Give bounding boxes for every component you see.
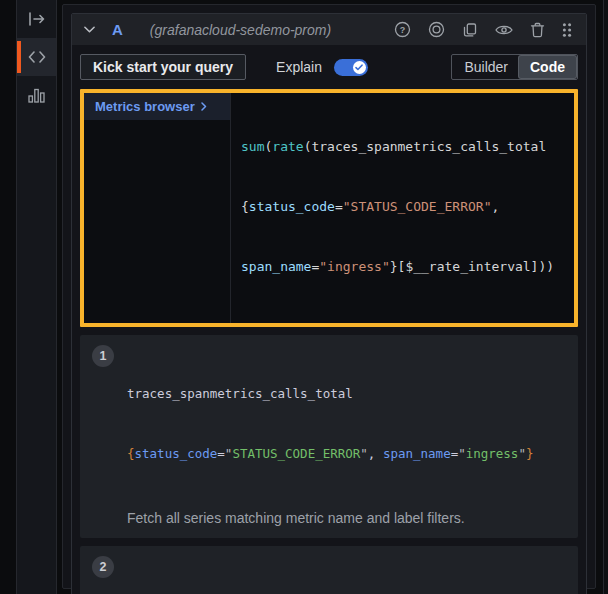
builder-mode-button[interactable]: Builder <box>453 56 519 78</box>
explain-label: Explain <box>276 59 322 75</box>
metrics-browser-button[interactable]: Metrics browser <box>84 93 230 120</box>
explain-step-1: 1 traces_spanmetrics_calls_total {status… <box>80 335 578 538</box>
editor-left-column: Metrics browser <box>84 93 231 323</box>
help-icon[interactable]: ? <box>394 21 411 38</box>
sidebar-item-chart[interactable] <box>17 76 56 114</box>
code-line: {status_code="STATUS_CODE_ERROR", <box>241 197 564 217</box>
code-mode-button[interactable]: Code <box>519 56 576 78</box>
promql-editor: Metrics browser sum(rate(traces_spanmetr… <box>80 89 578 327</box>
promql-code-input[interactable]: sum(rate(traces_spanmetrics_calls_total … <box>231 93 574 323</box>
collapse-chevron-icon[interactable] <box>84 26 95 33</box>
trash-icon[interactable] <box>530 22 545 38</box>
query-header-actions: ? <box>394 21 574 38</box>
editor-mode-switch: Builder Code <box>451 54 578 80</box>
datasource-name: (grafanacloud-sedemo-prom) <box>150 22 394 38</box>
left-sidebar <box>16 0 57 594</box>
bar-chart-icon <box>28 87 45 103</box>
active-indicator <box>17 41 21 73</box>
step-number-badge: 2 <box>92 556 114 578</box>
query-ref-id[interactable]: A <box>112 21 123 38</box>
query-card-body: Kick start your query Explain Builder Co… <box>72 45 586 594</box>
query-card: A (grafanacloud-sedemo-prom) ? <box>71 13 587 594</box>
explain-step-2: 2 rate(<expr>[$__rate_interval]) Calcula… <box>80 546 578 594</box>
code-icon <box>28 51 46 63</box>
kick-start-query-button[interactable]: Kick start your query <box>80 54 246 80</box>
svg-text:?: ? <box>400 25 406 35</box>
query-editor-panel: A (grafanacloud-sedemo-prom) ? <box>62 4 596 589</box>
code-line: span_name="ingress"}[$__rate_interval])) <box>241 257 564 277</box>
chevron-right-icon <box>201 102 207 111</box>
expand-right-icon <box>28 12 46 26</box>
step-code-line: {status_code="STATUS_CODE_ERROR", span_n… <box>127 444 533 464</box>
code-line: sum(rate(traces_spanmetrics_calls_total <box>241 137 564 157</box>
step-content: rate(<expr>[$__rate_interval]) Calculate… <box>127 555 564 594</box>
step-code-line: traces_spanmetrics_calls_total <box>127 384 533 404</box>
step-number-badge: 1 <box>92 345 114 367</box>
step-description: Fetch all series matching metric name an… <box>127 508 533 529</box>
toggle-knob <box>353 61 366 74</box>
query-card-header: A (grafanacloud-sedemo-prom) ? <box>72 14 586 45</box>
sidebar-item-code[interactable] <box>17 38 56 76</box>
record-circle-icon[interactable] <box>428 21 445 38</box>
sidebar-item-expand[interactable] <box>17 0 56 38</box>
eye-icon[interactable] <box>495 24 513 36</box>
query-toolbar: Kick start your query Explain Builder Co… <box>80 52 578 82</box>
adjacent-panel-edge <box>603 0 608 594</box>
step-content: traces_spanmetrics_calls_total {status_c… <box>127 344 533 529</box>
metrics-browser-label: Metrics browser <box>95 99 195 114</box>
copy-icon[interactable] <box>462 22 478 38</box>
explain-toggle[interactable] <box>334 59 368 76</box>
drag-handle-icon[interactable] <box>562 22 572 38</box>
